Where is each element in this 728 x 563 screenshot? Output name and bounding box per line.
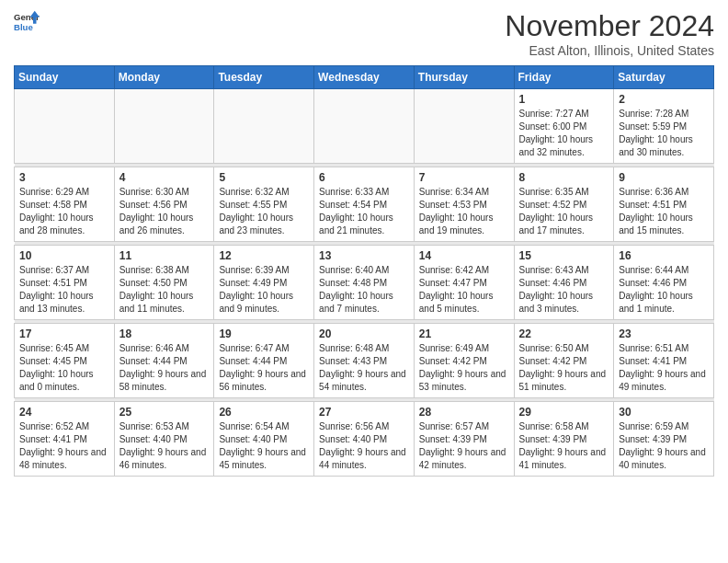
- calendar-cell-w1-d1: [15, 89, 115, 164]
- sunset-text: Sunset: 4:51 PM: [19, 278, 87, 288]
- header-friday: Friday: [514, 66, 614, 89]
- day-number: 4: [119, 171, 210, 184]
- sunset-text: Sunset: 4:39 PM: [519, 434, 587, 444]
- daylight-text: Daylight: 10 hours and 26 minutes.: [119, 213, 194, 236]
- sunrise-text: Sunrise: 6:59 AM: [619, 421, 688, 431]
- day-info: Sunrise: 6:59 AM Sunset: 4:39 PM Dayligh…: [619, 420, 709, 472]
- day-info: Sunrise: 6:46 AM Sunset: 4:44 PM Dayligh…: [119, 342, 210, 394]
- day-info: Sunrise: 6:38 AM Sunset: 4:50 PM Dayligh…: [119, 264, 210, 316]
- day-info: Sunrise: 6:32 AM Sunset: 4:55 PM Dayligh…: [219, 186, 309, 237]
- sunrise-text: Sunrise: 6:44 AM: [619, 265, 688, 275]
- title-area: November 2024 East Alton, Illinois, Unit…: [505, 9, 714, 58]
- header-wednesday: Wednesday: [314, 66, 415, 89]
- sunset-text: Sunset: 4:58 PM: [19, 200, 87, 210]
- day-info: Sunrise: 6:30 AM Sunset: 4:56 PM Dayligh…: [119, 186, 210, 237]
- calendar-cell-w1-d5: [414, 89, 514, 164]
- sunset-text: Sunset: 4:48 PM: [319, 278, 387, 288]
- sunset-text: Sunset: 4:40 PM: [119, 434, 188, 444]
- daylight-text: Daylight: 10 hours and 15 minutes.: [619, 213, 693, 236]
- sunset-text: Sunset: 4:46 PM: [619, 278, 687, 288]
- day-info: Sunrise: 6:50 AM Sunset: 4:42 PM Dayligh…: [519, 342, 609, 394]
- day-number: 23: [619, 327, 709, 340]
- calendar-cell-w1-d4: [314, 89, 415, 164]
- day-info: Sunrise: 6:56 AM Sunset: 4:40 PM Dayligh…: [319, 420, 409, 472]
- sunrise-text: Sunrise: 6:33 AM: [319, 187, 389, 197]
- sunset-text: Sunset: 4:40 PM: [219, 434, 287, 444]
- daylight-text: Daylight: 9 hours and 51 minutes.: [519, 369, 607, 392]
- sunset-text: Sunset: 4:45 PM: [19, 356, 87, 366]
- calendar-cell-w2-d7: 9 Sunrise: 6:36 AM Sunset: 4:51 PM Dayli…: [614, 167, 714, 242]
- sunset-text: Sunset: 4:42 PM: [419, 356, 487, 366]
- calendar-cell-w4-d7: 23 Sunrise: 6:51 AM Sunset: 4:41 PM Dayl…: [614, 324, 714, 398]
- day-info: Sunrise: 6:39 AM Sunset: 4:49 PM Dayligh…: [219, 264, 309, 316]
- day-number: 15: [519, 249, 609, 262]
- sunset-text: Sunset: 4:39 PM: [419, 434, 487, 444]
- header-sunday: Sunday: [15, 66, 115, 89]
- sunrise-text: Sunrise: 6:47 AM: [219, 343, 289, 353]
- day-info: Sunrise: 6:29 AM Sunset: 4:58 PM Dayligh…: [19, 186, 109, 237]
- day-info: Sunrise: 6:49 AM Sunset: 4:42 PM Dayligh…: [419, 342, 509, 394]
- day-info: Sunrise: 6:40 AM Sunset: 4:48 PM Dayligh…: [319, 264, 409, 316]
- sunset-text: Sunset: 4:42 PM: [519, 356, 587, 366]
- calendar-header-row: Sunday Monday Tuesday Wednesday Thursday…: [15, 66, 714, 89]
- sunrise-text: Sunrise: 6:29 AM: [19, 187, 89, 197]
- sunset-text: Sunset: 4:40 PM: [319, 434, 387, 444]
- sunset-text: Sunset: 4:50 PM: [119, 278, 188, 288]
- calendar-cell-w4-d6: 22 Sunrise: 6:50 AM Sunset: 4:42 PM Dayl…: [514, 324, 614, 398]
- sunset-text: Sunset: 5:59 PM: [619, 121, 687, 132]
- daylight-text: Daylight: 9 hours and 45 minutes.: [219, 447, 306, 470]
- calendar-cell-w4-d1: 17 Sunrise: 6:45 AM Sunset: 4:45 PM Dayl…: [15, 324, 115, 398]
- sunrise-text: Sunrise: 6:30 AM: [119, 187, 189, 197]
- day-number: 22: [519, 327, 609, 340]
- day-number: 8: [519, 171, 609, 184]
- calendar-week-5: 24 Sunrise: 6:52 AM Sunset: 4:41 PM Dayl…: [15, 402, 714, 477]
- sunrise-text: Sunrise: 6:53 AM: [119, 421, 189, 431]
- sunrise-text: Sunrise: 6:51 AM: [619, 343, 688, 353]
- calendar-cell-w3-d3: 12 Sunrise: 6:39 AM Sunset: 4:49 PM Dayl…: [214, 246, 314, 320]
- calendar-cell-w3-d6: 15 Sunrise: 6:43 AM Sunset: 4:46 PM Dayl…: [514, 246, 614, 320]
- sunset-text: Sunset: 4:55 PM: [219, 200, 287, 210]
- sunrise-text: Sunrise: 6:54 AM: [219, 421, 289, 431]
- day-number: 28: [419, 406, 509, 419]
- day-info: Sunrise: 6:47 AM Sunset: 4:44 PM Dayligh…: [219, 342, 309, 394]
- day-info: Sunrise: 6:51 AM Sunset: 4:41 PM Dayligh…: [619, 342, 709, 394]
- daylight-text: Daylight: 10 hours and 13 minutes.: [19, 291, 94, 314]
- day-number: 27: [319, 406, 409, 419]
- sunrise-text: Sunrise: 6:52 AM: [19, 421, 89, 431]
- sunset-text: Sunset: 4:44 PM: [119, 356, 188, 366]
- day-number: 5: [219, 171, 309, 184]
- calendar-table: Sunday Monday Tuesday Wednesday Thursday…: [14, 65, 714, 477]
- logo-icon: General Blue: [14, 9, 40, 35]
- calendar-cell-w5-d2: 25 Sunrise: 6:53 AM Sunset: 4:40 PM Dayl…: [114, 402, 214, 477]
- daylight-text: Daylight: 9 hours and 40 minutes.: [619, 447, 706, 470]
- calendar-week-3: 10 Sunrise: 6:37 AM Sunset: 4:51 PM Dayl…: [15, 246, 714, 320]
- sunrise-text: Sunrise: 6:58 AM: [519, 421, 589, 431]
- sunrise-text: Sunrise: 6:56 AM: [319, 421, 389, 431]
- logo: General Blue: [14, 9, 40, 35]
- sunrise-text: Sunrise: 6:46 AM: [119, 343, 189, 353]
- day-info: Sunrise: 6:42 AM Sunset: 4:47 PM Dayligh…: [419, 264, 509, 316]
- header-saturday: Saturday: [614, 66, 714, 89]
- day-number: 7: [419, 171, 509, 184]
- day-info: Sunrise: 6:58 AM Sunset: 4:39 PM Dayligh…: [519, 420, 609, 472]
- daylight-text: Daylight: 9 hours and 53 minutes.: [419, 369, 506, 392]
- day-number: 16: [619, 249, 709, 262]
- day-number: 21: [419, 327, 509, 340]
- day-number: 13: [319, 249, 409, 262]
- daylight-text: Daylight: 9 hours and 48 minutes.: [19, 447, 107, 470]
- sunset-text: Sunset: 4:52 PM: [519, 200, 587, 210]
- calendar-cell-w1-d7: 2 Sunrise: 7:28 AM Sunset: 5:59 PM Dayli…: [614, 89, 714, 164]
- calendar-cell-w1-d2: [114, 89, 214, 164]
- daylight-text: Daylight: 10 hours and 28 minutes.: [19, 213, 94, 236]
- sunrise-text: Sunrise: 6:45 AM: [19, 343, 89, 353]
- day-number: 11: [119, 249, 210, 262]
- sunset-text: Sunset: 4:39 PM: [619, 434, 687, 444]
- sunrise-text: Sunrise: 6:57 AM: [419, 421, 489, 431]
- sunset-text: Sunset: 4:46 PM: [519, 278, 587, 288]
- day-number: 30: [619, 406, 709, 419]
- day-number: 26: [219, 406, 309, 419]
- day-number: 1: [519, 93, 609, 106]
- calendar-cell-w1-d6: 1 Sunrise: 7:27 AM Sunset: 6:00 PM Dayli…: [514, 89, 614, 164]
- sunset-text: Sunset: 4:47 PM: [419, 278, 487, 288]
- sunrise-text: Sunrise: 6:35 AM: [519, 187, 589, 197]
